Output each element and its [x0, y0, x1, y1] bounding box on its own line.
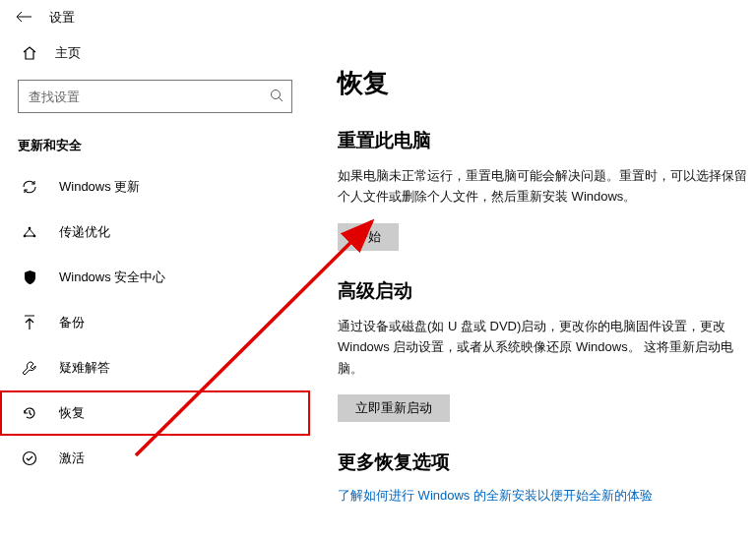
wrench-icon: [22, 360, 37, 376]
search-input[interactable]: [27, 89, 249, 105]
svg-point-2: [29, 227, 32, 230]
search-box[interactable]: [18, 80, 292, 113]
shield-icon: [22, 270, 37, 285]
svg-point-4: [33, 235, 36, 238]
delivery-icon: [22, 224, 37, 240]
search-icon: [270, 89, 284, 105]
svg-line-1: [279, 97, 283, 101]
window-title: 设置: [49, 10, 75, 27]
home-button[interactable]: 主页: [0, 36, 310, 70]
sidebar-item-label: 备份: [59, 314, 85, 331]
reset-start-button[interactable]: 开始: [338, 223, 399, 251]
home-icon: [22, 46, 37, 60]
sidebar-item-backup[interactable]: 备份: [0, 300, 310, 345]
back-button[interactable]: [16, 11, 32, 26]
check-circle-icon: [22, 450, 37, 466]
sidebar-item-windows-update[interactable]: Windows 更新: [0, 164, 310, 210]
reset-pc-description: 如果电脑未正常运行，重置电脑可能会解决问题。重置时，可以选择保留个人文件或删除个…: [338, 165, 756, 208]
sidebar-item-label: 激活: [59, 449, 85, 467]
sync-icon: [22, 179, 37, 195]
svg-point-0: [272, 90, 281, 98]
sidebar-item-windows-security[interactable]: Windows 安全中心: [0, 255, 310, 300]
advanced-startup-heading: 高级启动: [338, 278, 756, 304]
content-area: 恢复 重置此电脑 如果电脑未正常运行，重置电脑可能会解决问题。重置时，可以选择保…: [310, 36, 756, 539]
svg-point-5: [24, 452, 36, 465]
sidebar-item-activation[interactable]: 激活: [0, 436, 310, 481]
more-recovery-heading: 更多恢复选项: [338, 449, 756, 475]
sidebar-item-label: 恢复: [59, 404, 85, 422]
sidebar-item-label: 疑难解答: [59, 359, 110, 377]
sidebar: 主页 更新和安全 Windows 更新 传递优化 Windows 安: [0, 36, 310, 539]
home-label: 主页: [55, 44, 81, 62]
sidebar-item-delivery-optimization[interactable]: 传递优化: [0, 210, 310, 255]
sidebar-item-troubleshoot[interactable]: 疑难解答: [0, 345, 310, 390]
svg-point-3: [24, 235, 27, 238]
sidebar-item-label: 传递优化: [59, 223, 110, 241]
sidebar-item-label: Windows 安全中心: [59, 269, 165, 286]
sidebar-item-recovery[interactable]: 恢复: [0, 390, 310, 436]
restart-now-button[interactable]: 立即重新启动: [338, 394, 450, 422]
sidebar-item-label: Windows 更新: [59, 178, 140, 196]
history-icon: [22, 405, 37, 421]
reset-pc-heading: 重置此电脑: [338, 128, 756, 153]
backup-icon: [22, 315, 37, 330]
advanced-startup-description: 通过设备或磁盘(如 U 盘或 DVD)启动，更改你的电脑固件设置，更改Windo…: [338, 316, 756, 379]
fresh-install-link[interactable]: 了解如何进行 Windows 的全新安装以便开始全新的体验: [338, 487, 756, 505]
page-title: 恢复: [338, 66, 756, 100]
sidebar-heading: 更新和安全: [0, 131, 310, 164]
